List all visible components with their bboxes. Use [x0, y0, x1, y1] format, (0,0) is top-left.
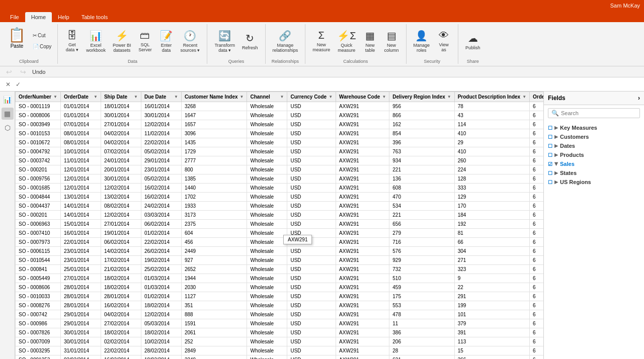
table-cell[interactable]: SO - 0007410	[16, 229, 61, 238]
table-cell[interactable]: SO - 0001685	[16, 184, 61, 193]
table-cell[interactable]: AXW291	[336, 174, 389, 184]
table-cell[interactable]: 2449	[181, 247, 247, 256]
table-cell[interactable]: 553	[389, 301, 454, 310]
table-cell[interactable]: 1435	[181, 138, 247, 147]
report-view-icon[interactable]: 📊	[2, 94, 14, 106]
table-cell[interactable]: USD	[287, 174, 336, 184]
table-cell[interactable]: 07/01/2014	[60, 120, 101, 129]
table-cell[interactable]: USD	[287, 165, 336, 174]
table-cell[interactable]: AXW291	[336, 310, 389, 319]
table-cell[interactable]: Wholesale	[247, 220, 287, 229]
table-cell[interactable]: 30/01/2014	[101, 111, 141, 120]
table-cell[interactable]: AXW291	[336, 120, 389, 129]
table-cell[interactable]: 29/01/2014	[60, 310, 101, 319]
table-cell[interactable]: SO - 0003742	[16, 156, 61, 165]
table-cell[interactable]: 27/01/2014	[60, 274, 101, 283]
col-ship-date[interactable]: Ship Date▼	[101, 92, 141, 102]
table-cell[interactable]: 12/02/2014	[101, 211, 141, 220]
table-cell[interactable]: SO - 000201	[16, 211, 61, 220]
table-cell[interactable]: 12/02/2014	[141, 310, 181, 319]
table-cell[interactable]: AXW291	[336, 256, 389, 265]
table-cell[interactable]: 379	[454, 319, 529, 328]
table-cell[interactable]: 6	[530, 111, 543, 120]
table-cell[interactable]: Wholesale	[247, 111, 287, 120]
tab-table-tools[interactable]: Table tools	[75, 12, 114, 22]
table-cell[interactable]: 26/02/2014	[141, 247, 181, 256]
table-cell[interactable]: 78	[454, 102, 529, 111]
table-cell[interactable]: SO - 0001119	[16, 102, 61, 111]
table-cell[interactable]: AXW291	[336, 111, 389, 120]
table-cell[interactable]: USD	[287, 129, 336, 138]
table-cell[interactable]: AXW291	[336, 274, 389, 283]
table-cell[interactable]: USD	[287, 193, 336, 202]
table-cell[interactable]: 13/02/2014	[101, 193, 141, 202]
get-data-button[interactable]: 🗄 Getdata ▾	[62, 26, 82, 56]
table-cell[interactable]: 28/01/2014	[60, 283, 101, 292]
table-cell[interactable]: 18/02/2014	[141, 355, 181, 360]
undo-button[interactable]: ↩	[4, 68, 14, 76]
table-cell[interactable]: 11/02/2014	[141, 129, 181, 138]
table-cell[interactable]: 304	[454, 247, 529, 256]
table-cell[interactable]: 6	[530, 102, 543, 111]
table-cell[interactable]: 18/01/2014	[101, 102, 141, 111]
table-cell[interactable]: 6	[530, 184, 543, 193]
table-cell[interactable]: Wholesale	[247, 319, 287, 328]
table-cell[interactable]: 854	[389, 129, 454, 138]
table-cell[interactable]: 6	[530, 283, 543, 292]
table-cell[interactable]: 136	[389, 174, 454, 184]
table-cell[interactable]: 604	[181, 229, 247, 238]
table-cell[interactable]: 1702	[181, 193, 247, 202]
cut-button[interactable]: ✂ Cut	[31, 31, 53, 41]
table-cell[interactable]: 04/02/2014	[101, 129, 141, 138]
table-cell[interactable]: 1729	[181, 147, 247, 156]
col-product-desc[interactable]: Product Description Index▼	[454, 92, 529, 102]
table-cell[interactable]: USD	[287, 138, 336, 147]
table-cell[interactable]: Wholesale	[247, 229, 287, 238]
table-cell[interactable]: 01/03/2014	[141, 274, 181, 283]
table-cell[interactable]: SO - 0008606	[16, 283, 61, 292]
table-cell[interactable]: 175	[389, 292, 454, 301]
table-cell[interactable]: 6	[530, 156, 543, 165]
table-cell[interactable]: Wholesale	[247, 247, 287, 256]
field-group-header-key-measures[interactable]: ☐▶Key Measures	[544, 123, 644, 132]
formula-check-icon[interactable]: ✓	[14, 80, 22, 88]
table-cell[interactable]: SO - 000742	[16, 310, 61, 319]
tab-file[interactable]: File	[4, 12, 25, 22]
table-cell[interactable]: 6	[530, 193, 543, 202]
table-cell[interactable]: 23/01/2014	[60, 256, 101, 265]
table-cell[interactable]: 2375	[181, 220, 247, 229]
table-cell[interactable]: 12/01/2014	[60, 184, 101, 193]
table-cell[interactable]: 6	[530, 202, 543, 211]
table-cell[interactable]: 2249	[181, 355, 247, 360]
table-cell[interactable]: 6	[530, 247, 543, 256]
table-cell[interactable]: SO - 0004844	[16, 193, 61, 202]
table-cell[interactable]: AXW291	[336, 355, 389, 360]
table-cell[interactable]: 29/01/2014	[60, 319, 101, 328]
table-cell[interactable]: 170	[454, 202, 529, 211]
table-cell[interactable]: 27/02/2014	[101, 319, 141, 328]
table-cell[interactable]: 470	[389, 193, 454, 202]
table-cell[interactable]: 6	[530, 229, 543, 238]
table-cell[interactable]: AXW291	[336, 156, 389, 165]
table-cell[interactable]: 28	[389, 346, 454, 355]
table-cell[interactable]: 14/01/2014	[60, 202, 101, 211]
table-cell[interactable]: 1657	[181, 120, 247, 129]
col-channel[interactable]: Channel▼	[247, 92, 287, 102]
table-cell[interactable]: 2849	[181, 346, 247, 355]
table-cell[interactable]: 6	[530, 220, 543, 229]
table-cell[interactable]: 576	[389, 247, 454, 256]
table-cell[interactable]: 05/02/2014	[141, 147, 181, 156]
table-cell[interactable]: USD	[287, 238, 336, 247]
table-cell[interactable]: Wholesale	[247, 120, 287, 129]
table-cell[interactable]: AXW291	[336, 247, 389, 256]
table-cell[interactable]: 6	[530, 337, 543, 346]
table-cell[interactable]: 956	[389, 102, 454, 111]
table-cell[interactable]: Wholesale	[247, 156, 287, 165]
table-cell[interactable]: 10/01/2014	[60, 147, 101, 156]
table-cell[interactable]: 621	[389, 355, 454, 360]
table-cell[interactable]: 22/02/2014	[141, 138, 181, 147]
table-cell[interactable]: 15	[454, 346, 529, 355]
table-cell[interactable]: 22/01/2014	[60, 238, 101, 247]
table-cell[interactable]: SO - 0010544	[16, 256, 61, 265]
table-cell[interactable]: 30/01/2014	[141, 111, 181, 120]
